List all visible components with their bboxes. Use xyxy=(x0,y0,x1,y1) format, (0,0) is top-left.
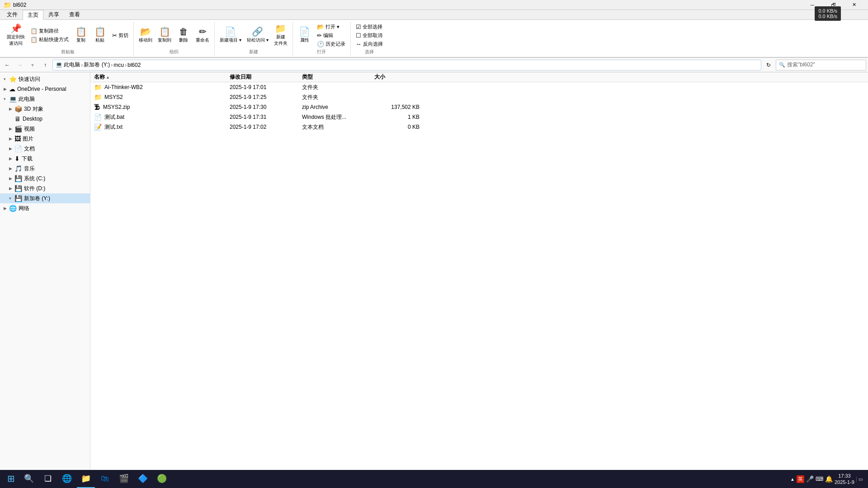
file-type: Windows 批处理... xyxy=(302,113,374,121)
search-box[interactable]: 🔍 搜索"bl602" xyxy=(776,60,866,70)
sidebar-label-soft-d: 软件 (D:) xyxy=(24,185,45,192)
btn-edit[interactable]: ✏ 编辑 xyxy=(315,31,348,39)
file-type: 文本文档 xyxy=(302,123,374,131)
tray-mic[interactable]: 🎤 xyxy=(806,475,814,483)
refresh-button[interactable]: ↻ xyxy=(763,60,774,70)
taskbar-edge[interactable]: 🌐 xyxy=(58,470,76,488)
btn-rename[interactable]: ✏ 重命名 xyxy=(193,23,212,47)
col-header-type[interactable]: 类型 xyxy=(302,73,374,81)
table-row[interactable]: 📁 MSYS2 2025-1-9 17:25 文件夹 xyxy=(90,92,868,102)
clock-date: 2025-1-9 xyxy=(835,479,854,485)
btn-open[interactable]: 📂 打开 ▾ xyxy=(315,23,348,31)
expand-3d-arrow: ▶ xyxy=(9,107,14,111)
sidebar-item-this-pc[interactable]: ▾ 💻 此电脑 xyxy=(0,94,90,104)
col-header-date[interactable]: 修改日期 xyxy=(230,73,302,81)
sidebar-item-videos[interactable]: ▶ 🎬 视频 xyxy=(0,124,90,134)
sidebar-item-3d[interactable]: ▶ 📦 3D 对象 xyxy=(0,104,90,114)
col-header-size[interactable]: 大小 xyxy=(374,73,420,81)
back-button[interactable]: ← xyxy=(2,60,13,70)
tray-arrow[interactable]: ▲ xyxy=(790,477,795,482)
btn-select-all[interactable]: ☑ 全部选择 xyxy=(354,23,385,31)
btn-properties[interactable]: 📄 属性 xyxy=(296,23,314,47)
tab-file[interactable]: 文件 xyxy=(2,9,23,19)
sidebar-item-network[interactable]: ▶ 🌐 网络 xyxy=(0,203,90,213)
address-bar[interactable]: 💻 此电脑 › 新加卷 (Y:) › mcu › bl602 xyxy=(52,60,761,70)
sidebar-item-downloads[interactable]: ▶ ⬇ 下载 xyxy=(0,154,90,164)
search-icon: 🔍 xyxy=(779,62,785,68)
up-button[interactable]: ↑ xyxy=(40,60,51,70)
delete-icon: 🗑 xyxy=(179,27,188,36)
addr-bl602[interactable]: bl602 xyxy=(127,62,141,68)
sidebar-item-sys-c[interactable]: ▶ 💾 系统 (C:) xyxy=(0,174,90,183)
taskbar-app2[interactable]: 🟢 xyxy=(153,470,171,488)
taskbar-explorer[interactable]: 📁 xyxy=(77,470,95,488)
sidebar-item-desktop[interactable]: 🖥 Desktop xyxy=(0,114,90,124)
new-y-icon: 💾 xyxy=(14,195,22,202)
taskbar-search[interactable]: 🔍 xyxy=(20,470,38,488)
clipboard-items: 📌 固定到快速访问 📋 复制路径 📋 粘贴快捷方式 📋 复制 xyxy=(5,23,131,48)
forward-button[interactable]: → xyxy=(14,60,25,70)
ribbon-tabs: 文件 主页 共享 查看 xyxy=(0,10,868,20)
new-items: 📄 新建项目 ▾ 🔗 轻松访问 ▾ 📁 新建文件夹 xyxy=(217,23,290,48)
btn-deselect-all[interactable]: ☐ 全部取消 xyxy=(354,31,385,39)
sidebar-item-pictures[interactable]: ▶ 🖼 图片 xyxy=(0,134,90,144)
sidebar-item-onedrive[interactable]: ▶ ☁ OneDrive - Personal xyxy=(0,84,90,94)
sidebar-item-new-y[interactable]: ▾ 💾 新加卷 (Y:) xyxy=(0,193,90,203)
expand-docs-arrow: ▶ xyxy=(9,146,14,151)
taskbar-store[interactable]: 🛍 xyxy=(96,470,114,488)
sidebar-label-downloads: 下载 xyxy=(22,155,33,163)
btn-copy-to[interactable]: 📋 复制到 xyxy=(156,23,174,47)
table-row[interactable]: 📁 Ai-Thinker-WB2 2025-1-9 17:01 文件夹 xyxy=(90,82,868,92)
file-date: 2025-1-9 17:30 xyxy=(230,104,302,110)
table-row[interactable]: 📝 测试.txt 2025-1-9 17:02 文本文档 0 KB xyxy=(90,122,868,132)
tab-view[interactable]: 查看 xyxy=(64,9,85,19)
col-header-name[interactable]: 名称▲ xyxy=(94,73,230,81)
btn-invert-select[interactable]: ↔ 反向选择 xyxy=(354,40,385,48)
recent-locations-button[interactable]: ▾ xyxy=(27,60,38,70)
btn-cut[interactable]: ✂ 剪切 xyxy=(110,31,131,39)
tab-share[interactable]: 共享 xyxy=(43,9,64,19)
addr-this-pc[interactable]: 💻 此电脑 xyxy=(56,61,80,69)
addr-mcu[interactable]: mcu xyxy=(113,62,124,68)
table-row[interactable]: 🗜 MSYS2.zip 2025-1-9 17:30 zip Archive 1… xyxy=(90,102,868,112)
start-button[interactable]: ⊞ xyxy=(2,470,20,488)
sidebar-item-music[interactable]: ▶ 🎵 音乐 xyxy=(0,164,90,174)
clock[interactable]: 17:33 2025-1-9 xyxy=(835,473,854,486)
btn-new-folder[interactable]: 📁 新建文件夹 xyxy=(272,23,290,47)
addr-new-vol[interactable]: 新加卷 (Y:) xyxy=(84,61,110,69)
expand-network-arrow: ▶ xyxy=(4,206,9,211)
tab-home[interactable]: 主页 xyxy=(23,10,43,20)
file-icon: 📝 xyxy=(94,123,102,131)
history-icon: 🕐 xyxy=(317,41,324,47)
download-speed: 0.0 KB/s xyxy=(818,14,837,19)
btn-copy-path[interactable]: 📋 复制路径 xyxy=(28,27,71,35)
taskbar-task-view[interactable]: ❏ xyxy=(39,470,57,488)
sidebar-item-quick-access[interactable]: ▾ ⭐ 快速访问 xyxy=(0,74,90,84)
btn-paste[interactable]: 📋 粘贴 xyxy=(91,23,109,47)
sidebar-label-quick-access: 快速访问 xyxy=(19,75,40,83)
open-items: 📄 属性 📂 打开 ▾ ✏ 编辑 🕐 历史记录 xyxy=(296,23,348,48)
desktop-icon: 🖥 xyxy=(14,115,21,122)
taskbar-media[interactable]: 🎬 xyxy=(115,470,133,488)
tray-show-desktop[interactable]: ▭ xyxy=(856,477,863,482)
sidebar-item-soft-d[interactable]: ▶ 💾 软件 (D:) xyxy=(0,183,90,193)
tray-ime[interactable]: 英 xyxy=(797,475,804,483)
table-row[interactable]: 📄 测试.bat 2025-1-9 17:31 Windows 批处理... 1… xyxy=(90,112,868,122)
tray-keyboard[interactable]: ⌨ xyxy=(816,476,823,482)
btn-paste-shortcut[interactable]: 📋 粘贴快捷方式 xyxy=(28,36,71,44)
btn-new-item[interactable]: 📄 新建项目 ▾ xyxy=(217,23,244,47)
btn-history[interactable]: 🕐 历史记录 xyxy=(315,40,348,48)
close-button[interactable]: ✕ xyxy=(844,0,864,10)
btn-copy[interactable]: 📋 复制 xyxy=(72,23,90,47)
net-speed-widget: 0.0 KB/s 0.0 KB/s xyxy=(815,6,841,21)
btn-move-to[interactable]: 📂 移动到 xyxy=(137,23,155,47)
sidebar-item-docs[interactable]: ▶ 📄 文档 xyxy=(0,144,90,154)
tray-notification[interactable]: 🔔 xyxy=(825,475,833,483)
new-item-icon: 📄 xyxy=(225,27,236,36)
taskbar-app1[interactable]: 🔷 xyxy=(134,470,152,488)
btn-delete[interactable]: 🗑 删除 xyxy=(175,23,193,47)
docs-icon: 📄 xyxy=(14,145,22,152)
btn-easy-access[interactable]: 🔗 轻松访问 ▾ xyxy=(245,23,271,47)
btn-pin-quick-access[interactable]: 📌 固定到快速访问 xyxy=(5,23,27,47)
paste-icon: 📋 xyxy=(94,27,106,36)
